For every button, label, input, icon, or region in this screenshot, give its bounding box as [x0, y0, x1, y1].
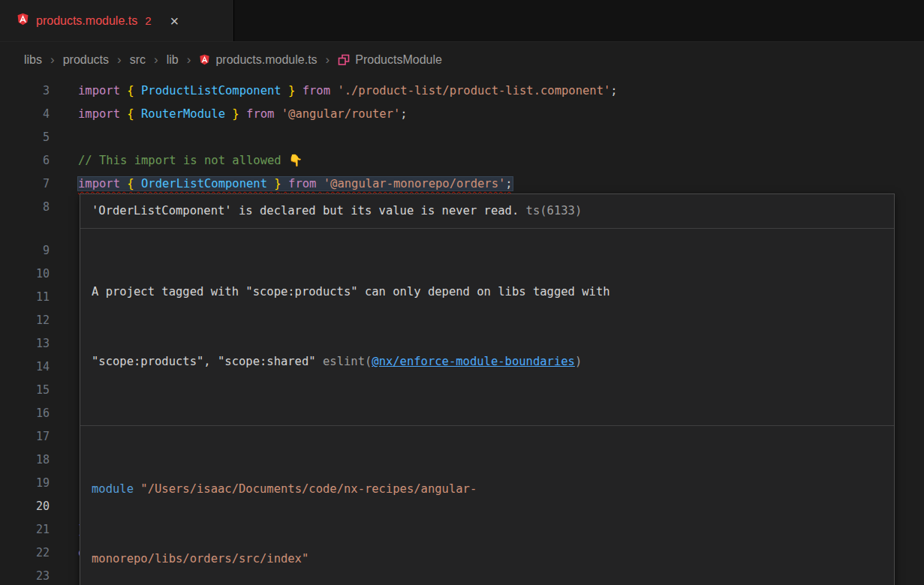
breadcrumb-item-products[interactable]: products [63, 53, 109, 67]
breadcrumb-separator: › [326, 52, 330, 68]
code-line-7[interactable]: 7import { OrderListComponent } from '@an… [0, 172, 924, 196]
line-content: import { OrderListComponent } from '@ang… [78, 172, 513, 196]
line-number-7[interactable]: 7 [0, 172, 50, 196]
breadcrumb-label: src [130, 53, 146, 67]
line-content: import { ProductListComponent } from './… [78, 80, 618, 103]
breadcrumb-item-products-module-ts[interactable]: products.module.ts [199, 53, 317, 67]
line-number-9[interactable]: 9 [0, 239, 50, 262]
code-line-5[interactable]: 5 [0, 126, 924, 149]
line-number-20[interactable]: 20 [0, 495, 50, 518]
tab-problem-count: 2 [145, 14, 151, 27]
hover-ts-diagnostic: 'OrderListComponent' is declared but its… [80, 194, 894, 229]
line-number-18[interactable]: 18 [0, 448, 50, 472]
close-icon[interactable]: × [170, 14, 179, 28]
vscode-window: products.module.ts 2 × libs›products›src… [0, 0, 924, 585]
line-number-14[interactable]: 14 [0, 356, 50, 379]
breadcrumb-item-productsmodule[interactable]: ProductsModule [338, 53, 442, 67]
breadcrumb-separator: › [117, 52, 122, 68]
hover-popup: 'OrderListComponent' is declared but its… [80, 194, 895, 585]
eslint-message-line1: A project tagged with "scope:products" c… [92, 280, 883, 304]
line-number-23[interactable]: 23 [0, 565, 50, 585]
code-line-4[interactable]: 4import { RouterModule } from '@angular/… [0, 103, 924, 126]
ts-diagnostic-source: ts(6133) [526, 204, 582, 218]
tab-bar: products.module.ts 2 × [0, 0, 924, 42]
code-line-3[interactable]: 3import { ProductListComponent } from '.… [0, 80, 924, 103]
ts-diagnostic-message: 'OrderListComponent' is declared but its… [92, 204, 519, 218]
symbol-class-icon [338, 54, 350, 66]
error-highlighted-statement: import { OrderListComponent } from '@ang… [78, 177, 513, 190]
angular-icon [17, 13, 29, 28]
angular-icon [199, 54, 210, 65]
breadcrumb-separator: › [50, 52, 55, 68]
line-number-4[interactable]: 4 [0, 103, 50, 126]
line-number-11[interactable]: 11 [0, 286, 50, 309]
breadcrumb-item-libs[interactable]: libs [24, 53, 42, 67]
line-content: // This import is not allowed 👇 [78, 149, 302, 172]
line-number-22[interactable]: 22 [0, 542, 50, 565]
tab-products-module-ts[interactable]: products.module.ts 2 × [0, 0, 234, 41]
breadcrumb-separator: › [154, 52, 158, 68]
module-path-line1: module "/Users/isaac/Documents/code/nx-r… [92, 478, 883, 501]
breadcrumb-label: products.module.ts [215, 53, 317, 67]
line-number-16[interactable]: 16 [0, 402, 50, 425]
line-number-6[interactable]: 6 [0, 149, 50, 172]
line-number-19[interactable]: 19 [0, 472, 50, 495]
line-number-3[interactable]: 3 [0, 80, 50, 103]
module-path-line2: monorepo/libs/orders/src/index" [92, 548, 883, 571]
breadcrumb-item-src[interactable]: src [130, 53, 146, 67]
breadcrumb-label: libs [24, 53, 42, 67]
eslint-rule-link[interactable]: @nx/enforce-module-boundaries [372, 355, 575, 368]
line-number-13[interactable]: 13 [0, 332, 50, 356]
breadcrumb: libs›products›src›lib› products.module.t… [0, 42, 924, 77]
tab-title: products.module.ts [36, 14, 137, 28]
line-number-21[interactable]: 21 [0, 518, 50, 542]
breadcrumb-item-lib[interactable]: lib [167, 53, 179, 67]
breadcrumb-separator: › [187, 52, 191, 68]
breadcrumb-label: products [63, 53, 109, 67]
line-number-10[interactable]: 10 [0, 262, 50, 286]
line-number-12[interactable]: 12 [0, 309, 50, 332]
breadcrumb-label: lib [167, 53, 179, 67]
hover-eslint-diagnostic: A project tagged with "scope:products" c… [80, 229, 894, 426]
code-line-6[interactable]: 6// This import is not allowed 👇 [0, 149, 924, 172]
hover-module-path: module "/Users/isaac/Documents/code/nx-r… [80, 426, 894, 585]
eslint-message-line2: "scope:products", "scope:shared" eslint(… [92, 350, 883, 374]
editor: 3import { ProductListComponent } from '.… [0, 77, 924, 585]
line-number-15[interactable]: 15 [0, 379, 50, 402]
line-number-5[interactable]: 5 [0, 126, 50, 149]
line-content: import { RouterModule } from '@angular/r… [78, 103, 408, 126]
line-number-17[interactable]: 17 [0, 425, 50, 448]
line-number-8[interactable]: 8 [0, 196, 50, 219]
breadcrumb-label: ProductsModule [355, 53, 442, 67]
